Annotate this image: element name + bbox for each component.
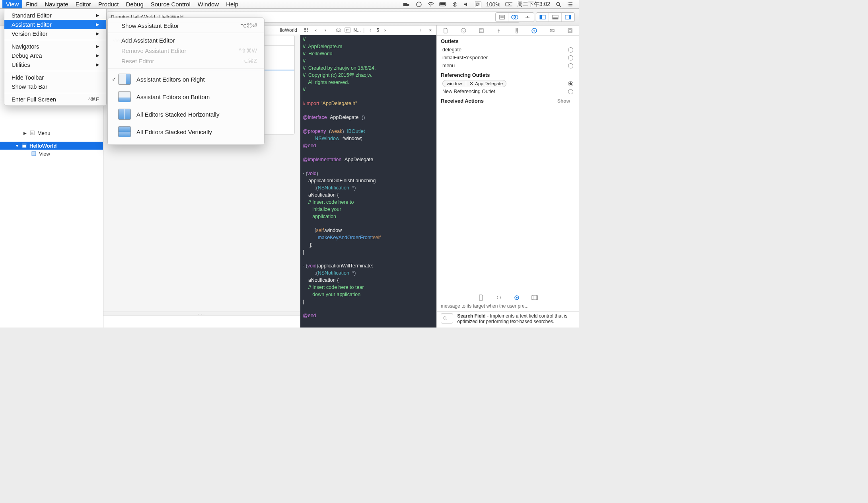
- menu-window[interactable]: Window: [194, 0, 222, 8]
- issue-counter: 5: [376, 27, 379, 33]
- battery-menu-icon[interactable]: [439, 1, 446, 8]
- nav-label: View: [39, 151, 50, 157]
- file-inspector-icon[interactable]: [440, 27, 451, 35]
- menu-view[interactable]: View: [2, 0, 22, 8]
- attributes-inspector-icon[interactable]: [493, 27, 504, 35]
- assistant-submenu-item[interactable]: Show Assistant Editor⌥⌘⏎: [108, 20, 264, 31]
- svg-rect-58: [532, 296, 537, 300]
- view-menu-item[interactable]: Show Tab Bar: [4, 82, 106, 91]
- library-prev-desc: message to its target when the user pre.…: [437, 303, 579, 311]
- library-tabs: [437, 292, 579, 303]
- identity-inspector-icon[interactable]: [476, 27, 487, 35]
- counterparts-icon[interactable]: [335, 27, 342, 34]
- editor-jumpbar[interactable]: ‹ › | m N... | ‹ 5 › + ×: [300, 25, 436, 35]
- panel-toggle-segment[interactable]: [536, 12, 575, 22]
- forward-icon[interactable]: ›: [322, 27, 329, 34]
- input-method-icon[interactable]: 拼: [475, 2, 481, 7]
- menu-help[interactable]: Help: [222, 0, 242, 8]
- view-menu-dropdown: Standard Editor▶Assistant Editor▶Version…: [4, 9, 107, 106]
- assistant-submenu-item[interactable]: Assistant Editors on Bottom: [108, 88, 264, 105]
- standard-editor-icon[interactable]: [496, 13, 508, 21]
- svg-rect-0: [403, 3, 407, 6]
- view-menu-item[interactable]: Navigators▶: [4, 42, 106, 51]
- close-editor-icon[interactable]: ×: [427, 27, 434, 34]
- view-item-icon: [31, 151, 37, 156]
- outlet-menu[interactable]: menu: [437, 62, 579, 70]
- close-icon[interactable]: ✕: [469, 81, 473, 86]
- file-template-library-icon[interactable]: [478, 294, 484, 301]
- volume-icon[interactable]: [463, 1, 470, 8]
- new-referencing-outlet[interactable]: New Referencing Outlet: [437, 88, 579, 96]
- view-menu-item[interactable]: Hide Toolbar: [4, 73, 106, 82]
- view-menu-item[interactable]: Debug Area▶: [4, 51, 106, 60]
- menu-debug[interactable]: Debug: [123, 0, 147, 8]
- svg-line-62: [446, 319, 447, 320]
- related-items-icon[interactable]: [303, 27, 310, 34]
- layout-bottom-icon: [118, 91, 131, 102]
- window-item-icon: [21, 143, 27, 148]
- assistant-submenu-item[interactable]: Remove Assistant Editor^⇧⌘W: [108, 45, 264, 56]
- toggle-utilities-icon[interactable]: [562, 13, 574, 21]
- view-menu-item[interactable]: Assistant Editor▶: [4, 20, 106, 29]
- wifi-icon[interactable]: [427, 1, 434, 8]
- size-inspector-icon[interactable]: [511, 27, 522, 35]
- nav-row-helloworld[interactable]: ▼ HelloWorld: [0, 142, 103, 150]
- bindings-inspector-icon[interactable]: [547, 27, 558, 35]
- version-editor-icon[interactable]: [521, 13, 534, 21]
- connections-inspector-icon[interactable]: [529, 27, 540, 35]
- menu-source-control[interactable]: Source Control: [147, 0, 194, 8]
- menu-editor[interactable]: Editor: [72, 0, 95, 8]
- svg-rect-37: [307, 28, 308, 30]
- assistant-editor-icon[interactable]: [508, 13, 521, 21]
- menubar-right: 拼 100% 周二下午3:02: [403, 1, 576, 8]
- prev-issue-icon[interactable]: ‹: [367, 27, 374, 34]
- show-button[interactable]: Show: [557, 98, 575, 104]
- assistant-submenu-item[interactable]: Add Assistant Editor: [108, 35, 264, 45]
- circle-icon[interactable]: [415, 1, 422, 8]
- outlet-initialfirstresponder[interactable]: initialFirstResponder: [437, 54, 579, 62]
- nav-row-view[interactable]: View: [0, 150, 103, 158]
- truck-icon[interactable]: [403, 1, 411, 8]
- nav-row-menu[interactable]: ▶ Menu: [0, 129, 103, 137]
- bluetooth-icon[interactable]: [451, 1, 458, 8]
- object-library-icon[interactable]: [514, 295, 520, 300]
- quick-help-icon[interactable]: ?: [458, 27, 469, 35]
- canvas-bottom-handle[interactable]: ···: [103, 312, 300, 316]
- clock[interactable]: 周二下午3:02: [517, 1, 550, 8]
- add-editor-icon[interactable]: +: [417, 27, 424, 34]
- jumpbar-path[interactable]: N...: [353, 27, 361, 33]
- toggle-navigator-icon[interactable]: [536, 13, 549, 21]
- object-library: message to its target when the user pre.…: [437, 292, 579, 328]
- view-menu-item[interactable]: Standard Editor▶: [4, 11, 106, 20]
- assistant-submenu-item[interactable]: Reset Editor⌥⌘Z: [108, 56, 264, 66]
- view-menu-item[interactable]: Utilities▶: [4, 60, 106, 69]
- assistant-submenu-item[interactable]: All Editors Stacked Vertically: [108, 123, 264, 140]
- outlet-delegate[interactable]: delegate: [437, 46, 579, 54]
- assistant-editor: ‹ › | m N... | ‹ 5 › + × // // AppDelega…: [300, 25, 436, 328]
- view-menu-item[interactable]: Enter Full Screen^⌘F: [4, 95, 106, 104]
- connection-pill[interactable]: window ✕App Delegate: [442, 80, 506, 87]
- outlets-heading: Outlets: [437, 36, 579, 46]
- toggle-debug-icon[interactable]: [549, 13, 562, 21]
- battery-charging-icon[interactable]: [505, 1, 512, 8]
- effects-inspector-icon[interactable]: [564, 27, 576, 35]
- menu-product[interactable]: Product: [95, 0, 123, 8]
- nav-label: Menu: [37, 130, 51, 136]
- next-issue-icon[interactable]: ›: [381, 27, 389, 34]
- menu-find[interactable]: Find: [22, 0, 41, 8]
- media-library-icon[interactable]: [531, 295, 538, 300]
- svg-rect-44: [479, 29, 483, 33]
- spotlight-icon[interactable]: [555, 1, 562, 8]
- notification-center-icon[interactable]: [567, 1, 574, 8]
- back-icon[interactable]: ‹: [312, 27, 319, 34]
- ref-outlet-window[interactable]: window ✕App Delegate: [437, 80, 579, 88]
- view-menu-item[interactable]: Version Editor▶: [4, 29, 106, 38]
- code-area[interactable]: // // AppDelegate.m // HelloWorld // // …: [300, 35, 436, 328]
- menu-navigate[interactable]: Navigate: [41, 0, 72, 8]
- code-snippet-library-icon[interactable]: [496, 295, 502, 300]
- svg-point-5: [430, 5, 432, 6]
- assistant-submenu-item[interactable]: ✓Assistant Editors on Right: [108, 70, 264, 88]
- editor-mode-segment[interactable]: [495, 12, 534, 22]
- assistant-submenu-item[interactable]: All Editors Stacked Horizontally: [108, 105, 264, 123]
- library-item[interactable]: Search Field - Implements a text field c…: [437, 312, 579, 328]
